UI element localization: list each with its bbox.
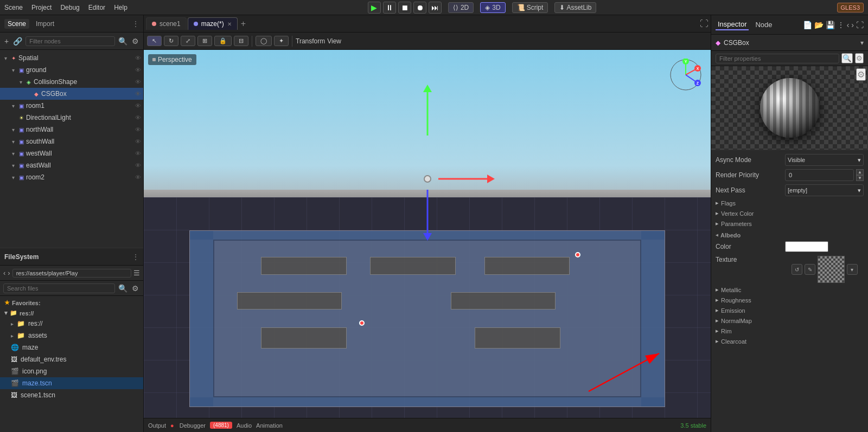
filter-properties-button[interactable]: 🔍 xyxy=(841,53,853,63)
texture-reload-button[interactable]: ↺ xyxy=(792,264,802,275)
tree-item-room2[interactable]: ▾ ▣ room2 👁 xyxy=(0,171,143,183)
inspector-menu-button[interactable]: ⋮ xyxy=(837,21,845,29)
output-tab[interactable]: Output xyxy=(148,422,166,429)
filter-settings-button[interactable]: ⚙ xyxy=(131,36,140,47)
tree-eye-south[interactable]: 👁 xyxy=(135,138,141,145)
fs-item-tile[interactable]: 🖼 scene1.tscn xyxy=(0,389,143,401)
scene-panel-tab[interactable]: Scene xyxy=(4,19,29,29)
tree-eye-csgbox[interactable]: 👁 xyxy=(135,91,141,97)
env-tool-button[interactable]: ✦ xyxy=(274,36,289,46)
prop-metallic[interactable]: ▸ Metallic xyxy=(711,285,868,295)
fs-item-icon[interactable]: 🖼 default_env.tres xyxy=(0,353,143,365)
fullscreen-button[interactable]: ⛶ xyxy=(700,19,709,29)
rotate-tool-button[interactable]: ⤢ xyxy=(181,36,195,46)
assetlib-button[interactable]: ⬇ AssetLib xyxy=(554,2,596,13)
inspector-forward-button[interactable]: › xyxy=(851,21,854,29)
prop-parameters[interactable]: ▸ Parameters xyxy=(711,218,868,229)
move-tool-button[interactable]: ↻ xyxy=(164,36,178,46)
tree-item-southwall[interactable]: ▾ ▣ southWall 👁 xyxy=(0,136,143,147)
grid-tool-button[interactable]: ◯ xyxy=(256,36,272,46)
animation-tab[interactable]: Animation xyxy=(256,422,283,429)
audio-tab[interactable]: Audio xyxy=(237,422,252,429)
record-button[interactable]: ⏺ xyxy=(413,2,426,14)
filter-settings-button[interactable]: ⚙ xyxy=(855,53,864,63)
transform-label[interactable]: Transform xyxy=(296,37,325,45)
tab-maze[interactable]: maze(*) ✕ xyxy=(188,17,238,30)
menu-scene[interactable]: Scene xyxy=(4,4,23,11)
fs-item-scene1[interactable]: 🎬 maze.tscn xyxy=(0,377,143,389)
texture-preview[interactable] xyxy=(818,256,845,283)
fs-item-assets[interactable]: ▸ 📁 res:// xyxy=(0,318,143,330)
tree-item-collisionshape[interactable]: ▾ ◈ CollisionShape 👁 xyxy=(0,76,143,88)
prop-vertex-color[interactable]: ▸ Vertex Color xyxy=(711,208,868,218)
viewport-canvas[interactable]: Perspective Y X xyxy=(144,50,711,418)
script-button[interactable]: 📜 Script xyxy=(512,2,548,13)
tree-item-directionallight[interactable]: ☀ DirectionalLight 👁 xyxy=(0,112,143,124)
fs-search-button[interactable]: 🔍 xyxy=(117,283,129,294)
render-priority-input[interactable] xyxy=(785,169,854,181)
save-script-button[interactable]: 💾 xyxy=(826,21,835,29)
pause-button[interactable]: ⏸ xyxy=(383,2,396,14)
filter-properties-input[interactable] xyxy=(716,54,839,63)
mode-2d-button[interactable]: ⟨⟩ 2D xyxy=(448,2,474,13)
import-panel-tab[interactable]: Import xyxy=(33,19,58,29)
snap-tool-button[interactable]: ⊟ xyxy=(234,36,248,46)
prop-roughness[interactable]: ▸ Roughness xyxy=(711,295,868,305)
prop-emission[interactable]: ▸ Emission xyxy=(711,305,868,315)
tree-item-northwall[interactable]: ▾ ▣ northWall 👁 xyxy=(0,124,143,136)
texture-edit-button[interactable]: ✎ xyxy=(805,264,815,275)
scale-tool-button[interactable]: ⊞ xyxy=(197,36,212,46)
prop-albedo-section[interactable]: ▾ Albedo xyxy=(711,229,868,240)
csgbox-dropdown-arrow[interactable]: ▾ xyxy=(860,39,864,47)
fs-forward-button[interactable]: › xyxy=(8,269,10,277)
next-pass-dropdown[interactable]: [empty] ▾ xyxy=(785,184,864,196)
fs-item-default-env[interactable]: 🌐 maze xyxy=(0,341,143,353)
tree-eye-light[interactable]: 👁 xyxy=(135,114,141,121)
search-files-input[interactable] xyxy=(3,283,115,293)
select-tool-button[interactable]: ↖ xyxy=(147,36,162,46)
tree-item-ground[interactable]: ▾ ▣ ground 👁 xyxy=(0,64,143,76)
play-button[interactable]: ▶ xyxy=(368,2,381,14)
tree-eye-ground[interactable]: 👁 xyxy=(135,67,141,73)
new-script-button[interactable]: 📄 xyxy=(803,21,812,29)
prop-rim[interactable]: ▸ Rim xyxy=(711,326,868,336)
open-script-button[interactable]: 📂 xyxy=(814,21,824,29)
tree-eye-collision[interactable]: 👁 xyxy=(135,79,141,85)
fs-layout-button[interactable]: ☰ xyxy=(133,269,140,277)
prop-clearcoat[interactable]: ▸ Clearcoat xyxy=(711,336,868,346)
perspective-label[interactable]: Perspective xyxy=(148,54,196,65)
filter-search-button[interactable]: 🔍 xyxy=(117,36,129,47)
menu-debug[interactable]: Debug xyxy=(60,4,79,11)
remote-button[interactable]: ⏭ xyxy=(429,2,442,14)
tree-eye-north[interactable]: 👁 xyxy=(135,126,141,133)
texture-dropdown-button[interactable]: ▾ xyxy=(847,264,858,275)
menu-editor[interactable]: Editor xyxy=(88,4,105,11)
inspector-back-button[interactable]: ‹ xyxy=(847,21,850,29)
lock-tool-button[interactable]: 🔒 xyxy=(214,36,232,46)
filesystem-menu[interactable]: ⋮ xyxy=(132,253,139,261)
color-swatch[interactable] xyxy=(785,241,828,252)
fs-res-section[interactable]: ▾ 📁 res:// xyxy=(0,307,143,318)
tree-item-spatial[interactable]: ▾ ✦ Spatial 👁 xyxy=(0,52,143,64)
prop-normalmap[interactable]: ▸ NormalMap xyxy=(711,315,868,326)
preview-settings-button[interactable]: ⚙ xyxy=(856,68,866,81)
tree-item-eastwall[interactable]: ▾ ▣ eastWall 👁 xyxy=(0,159,143,171)
fs-filter-button[interactable]: ⚙ xyxy=(131,283,140,294)
tree-item-westwall[interactable]: ▾ ▣ westWall 👁 xyxy=(0,147,143,159)
tree-eye-spatial[interactable]: 👁 xyxy=(135,55,141,61)
fs-back-button[interactable]: ‹ xyxy=(3,269,5,277)
stop-button[interactable]: ⏹ xyxy=(398,2,411,14)
add-node-button[interactable]: + xyxy=(3,36,10,47)
link-node-button[interactable]: 🔗 xyxy=(12,36,23,47)
debugger-count[interactable]: (4881) xyxy=(210,422,232,429)
tree-item-csgbox[interactable]: ◆ CSGBox 👁 xyxy=(0,88,143,100)
inspector-fullscreen-button[interactable]: ⛶ xyxy=(856,21,864,29)
mode-3d-button[interactable]: ◈ 3D xyxy=(480,2,505,13)
csg-selector[interactable]: ◆ CSGBox ▾ xyxy=(711,35,868,51)
nav-gizmo[interactable]: Y X Z xyxy=(669,59,702,91)
menu-help[interactable]: Help xyxy=(114,4,127,11)
tree-eye-west[interactable]: 👁 xyxy=(135,150,141,157)
scene-panel-menu[interactable]: ⋮ xyxy=(132,20,139,28)
menu-project[interactable]: Project xyxy=(31,4,52,11)
render-priority-up[interactable]: ▲ xyxy=(856,169,864,175)
